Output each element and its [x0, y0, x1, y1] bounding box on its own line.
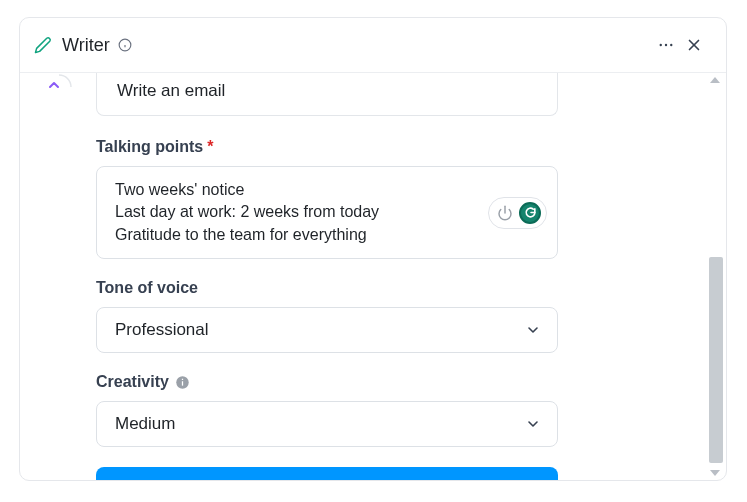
creativity-group: Creativity Medium: [96, 373, 558, 447]
power-icon[interactable]: [497, 205, 513, 221]
panel-header: Writer: [20, 18, 726, 73]
more-button[interactable]: [652, 31, 680, 59]
creativity-label: Creativity: [96, 373, 558, 391]
svg-rect-10: [182, 381, 183, 385]
scrollbar-thumb[interactable]: [709, 257, 723, 463]
info-icon[interactable]: [118, 38, 132, 52]
form-area: Write an email Talking points * Two week…: [96, 73, 558, 480]
creativity-select[interactable]: Medium: [96, 401, 558, 447]
talking-points-text[interactable]: Two weeks' notice Last day at work: 2 we…: [115, 179, 487, 246]
svg-rect-11: [182, 378, 183, 379]
chevron-down-icon: [525, 416, 541, 432]
tone-group: Tone of voice Professional: [96, 279, 558, 353]
tone-value: Professional: [115, 320, 209, 340]
pencil-icon: [34, 36, 52, 54]
creativity-value: Medium: [115, 414, 175, 434]
grammarly-widget[interactable]: [488, 197, 547, 229]
tone-label: Tone of voice: [96, 279, 558, 297]
talking-points-input[interactable]: Two weeks' notice Last day at work: 2 we…: [96, 166, 558, 259]
talking-points-group: Talking points * Two weeks' notice Last …: [96, 138, 558, 259]
tone-select[interactable]: Professional: [96, 307, 558, 353]
close-button[interactable]: [680, 31, 708, 59]
left-arrow-fragment: [45, 73, 73, 99]
scroll-down-icon[interactable]: [710, 470, 720, 476]
info-icon[interactable]: [175, 375, 190, 390]
panel-title: Writer: [62, 35, 110, 56]
grammarly-icon[interactable]: [519, 202, 541, 224]
writer-panel: Writer Write an email Talking points * T…: [19, 17, 727, 481]
svg-point-5: [670, 44, 672, 46]
svg-point-3: [660, 44, 662, 46]
intent-display[interactable]: Write an email: [96, 73, 558, 116]
generate-button[interactable]: Generate: [96, 467, 558, 480]
scroll-up-icon[interactable]: [710, 77, 720, 83]
chevron-down-icon: [525, 322, 541, 338]
panel-body: Write an email Talking points * Two week…: [20, 73, 726, 480]
svg-point-4: [665, 44, 667, 46]
required-mark: *: [207, 138, 213, 156]
talking-points-label: Talking points *: [96, 138, 558, 156]
